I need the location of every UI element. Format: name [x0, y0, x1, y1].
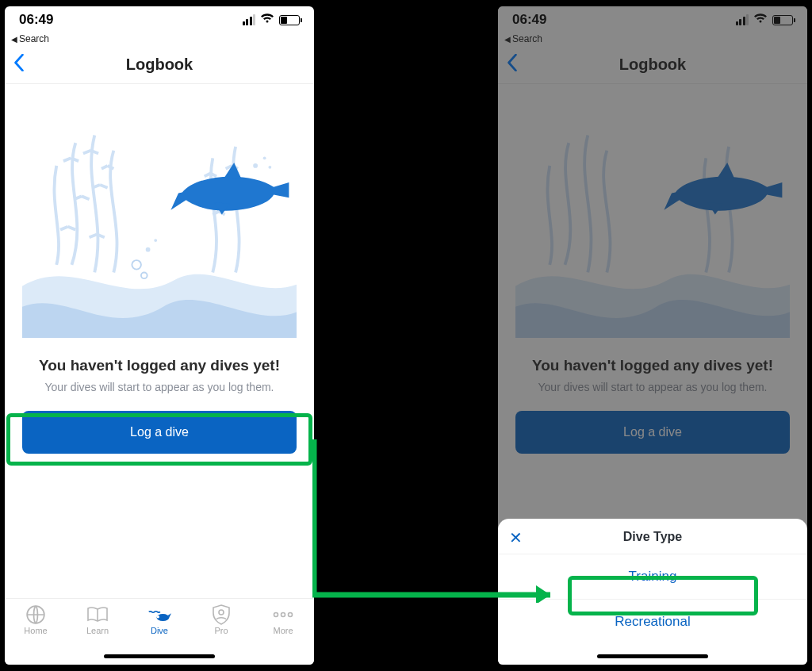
home-indicator[interactable] [104, 654, 215, 658]
empty-title: You haven't logged any dives yet! [22, 357, 297, 374]
empty-state: You haven't logged any dives yet! Your d… [5, 84, 314, 454]
tab-dive[interactable]: Dive [147, 605, 171, 635]
tab-label: More [273, 626, 293, 635]
svg-point-11 [274, 613, 278, 617]
cellular-icon [243, 14, 256, 25]
svg-point-6 [141, 272, 147, 278]
status-bar: 06:49 [5, 6, 314, 33]
sheet-header: ✕ Dive Type [498, 519, 807, 554]
svg-point-1 [154, 239, 157, 242]
tab-label: Home [24, 626, 47, 635]
sheet-title: Dive Type [623, 530, 682, 543]
tab-more[interactable]: More [271, 605, 295, 635]
phone-screen-logbook: 06:49 ◀Search Logbook [5, 6, 314, 665]
svg-point-12 [282, 613, 285, 617]
svg-point-9 [156, 615, 159, 619]
breadcrumb[interactable]: ◀Search [5, 33, 314, 46]
home-indicator[interactable] [597, 654, 708, 658]
tab-label: Dive [151, 626, 168, 635]
tab-label: Learn [86, 626, 109, 635]
breadcrumb-label: Search [19, 33, 49, 44]
more-icon [271, 605, 295, 624]
globe-icon [24, 605, 48, 624]
svg-point-13 [289, 613, 293, 617]
svg-point-2 [253, 163, 258, 168]
close-icon[interactable]: ✕ [509, 528, 523, 547]
svg-point-3 [263, 156, 266, 159]
dive-type-sheet: ✕ Dive Type Training Recreational [498, 519, 807, 665]
empty-subtitle: Your dives will start to appear as you l… [22, 381, 297, 393]
tab-bar: Home Learn Dive Pro More [5, 598, 314, 665]
shield-person-icon [209, 605, 233, 624]
back-button[interactable] [13, 52, 25, 77]
back-triangle-icon: ◀ [11, 35, 17, 44]
tab-learn[interactable]: Learn [86, 605, 109, 635]
nav-bar: Logbook [5, 46, 314, 84]
tab-home[interactable]: Home [24, 605, 48, 635]
svg-point-4 [268, 166, 271, 169]
tab-label: Pro [214, 626, 228, 635]
wifi-icon [260, 13, 274, 27]
status-time: 06:49 [19, 12, 53, 28]
tab-pro[interactable]: Pro [209, 605, 233, 635]
option-training[interactable]: Training [498, 554, 807, 599]
book-icon [86, 605, 109, 624]
option-recreational[interactable]: Recreational [498, 599, 807, 644]
diver-icon [147, 605, 171, 624]
svg-point-0 [146, 247, 151, 252]
underwater-illustration [22, 108, 297, 338]
battery-icon [279, 15, 300, 25]
log-dive-button[interactable]: Log a dive [22, 411, 297, 454]
svg-point-5 [132, 260, 141, 270]
page-title: Logbook [5, 56, 314, 74]
svg-point-10 [219, 610, 224, 615]
phone-screen-divetype: 06:49 ◀Search Logbook [498, 6, 807, 665]
